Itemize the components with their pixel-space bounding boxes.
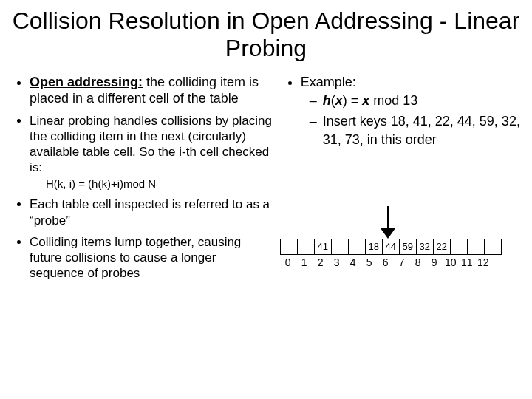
right-bullets: Example: h(x) = x mod 13 Insert keys 18,… (280, 74, 523, 149)
table-row: 0 1 2 3 4 5 6 7 8 9 10 11 12 (280, 255, 491, 270)
left-column: Open addressing: the colliding item is p… (9, 74, 279, 287)
cell: 44 (382, 239, 399, 254)
example-head: Example: h(x) = x mod 13 Insert keys 18,… (301, 74, 523, 149)
columns: Open addressing: the colliding item is p… (9, 74, 523, 287)
cell (280, 239, 297, 254)
cell (484, 239, 501, 254)
slide: Collision Resolution in Open Addressing … (0, 0, 532, 399)
hash-table: 41 18 44 59 32 22 (280, 239, 502, 255)
linear-probing-term: Linear probing (30, 114, 113, 128)
idx: 7 (394, 255, 410, 270)
right-column: Example: h(x) = x mod 13 Insert keys 18,… (279, 74, 523, 287)
eq-x2: x (362, 93, 369, 108)
cell: 32 (416, 239, 433, 254)
cell (450, 239, 467, 254)
idx: 2 (313, 255, 329, 270)
slide-title: Collision Resolution in Open Addressing … (9, 7, 523, 62)
idx: 0 (280, 255, 296, 270)
open-addressing-term: Open addressing: (30, 75, 143, 89)
idx: 9 (426, 255, 443, 270)
example-sub: h(x) = x mod 13 Insert keys 18, 41, 22, … (301, 92, 523, 149)
idx: 5 (361, 255, 378, 270)
bullet-open-addressing: Open addressing: the colliding item is p… (30, 74, 273, 107)
bullet-probe: Each table cell inspected is referred to… (30, 197, 273, 228)
linear-probing-sub: H(k, i) = (h(k)+i)mod N (30, 177, 273, 191)
cell (467, 239, 484, 254)
idx: 12 (475, 255, 491, 270)
idx: 6 (378, 255, 394, 270)
cell (331, 239, 348, 254)
cell: 22 (433, 239, 450, 254)
hash-diagram: 41 18 44 59 32 22 0 (280, 206, 523, 270)
table-row: 41 18 44 59 32 22 (280, 239, 501, 254)
cell: 41 (314, 239, 331, 254)
eq-p2: ) = (343, 93, 363, 108)
idx: 10 (443, 255, 459, 270)
idx: 11 (459, 255, 475, 270)
idx: 4 (345, 255, 361, 270)
insert-line: Insert keys 18, 41, 22, 44, 59, 32, 31, … (323, 112, 523, 149)
arrow-down-icon (380, 206, 395, 239)
bullet-linear-probing: Linear probing handles collisions by pla… (30, 113, 273, 191)
eq-h: h (323, 93, 331, 108)
eq-x: x (335, 93, 343, 108)
arrow-container (280, 206, 523, 239)
cell (348, 239, 365, 254)
idx: 3 (329, 255, 345, 270)
example-label: Example: (301, 75, 356, 89)
idx: 1 (296, 255, 313, 270)
index-row: 0 1 2 3 4 5 6 7 8 9 10 11 12 (280, 255, 491, 270)
bullet-lump: Colliding items lump together, causing f… (30, 234, 273, 282)
hash-eq: h(x) = x mod 13 (323, 92, 523, 109)
cell: 59 (399, 239, 416, 254)
eq-tail: mod 13 (369, 93, 417, 108)
idx: 8 (410, 255, 426, 270)
hash-formula: H(k, i) = (h(k)+i)mod N (46, 177, 273, 191)
left-bullets: Open addressing: the colliding item is p… (9, 74, 273, 282)
cell: 18 (365, 239, 382, 254)
cell (297, 239, 314, 254)
